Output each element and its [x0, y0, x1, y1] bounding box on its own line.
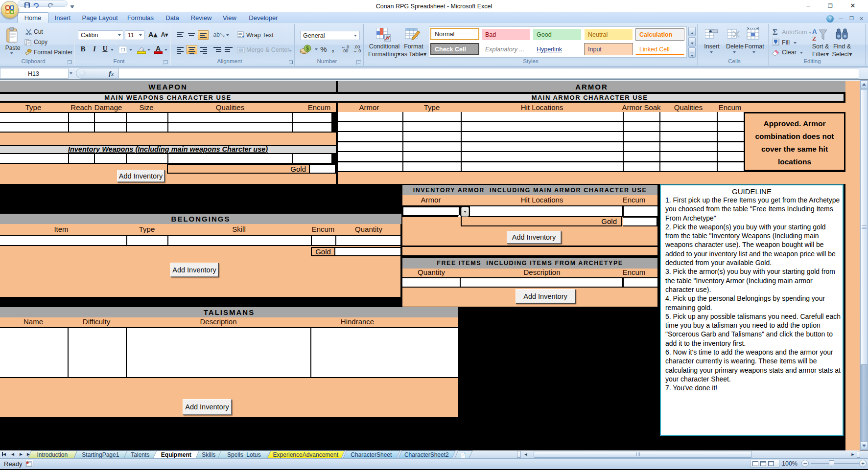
svg-text:$: $ — [306, 45, 309, 51]
svg-text:Z: Z — [812, 35, 817, 42]
svg-text:A: A — [812, 28, 817, 35]
